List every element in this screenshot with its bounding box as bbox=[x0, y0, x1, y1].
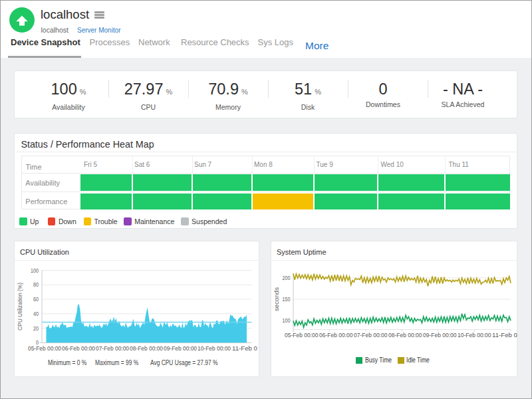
svg-text:150: 150 bbox=[283, 296, 291, 303]
svg-text:20: 20 bbox=[33, 325, 39, 332]
svg-text:08-Feb 00:00: 08-Feb 00:00 bbox=[130, 344, 163, 352]
svg-text:60: 60 bbox=[33, 296, 39, 303]
svg-text:07-Feb 00:00: 07-Feb 00:00 bbox=[354, 331, 388, 338]
svg-text:06-Feb 00:00: 06-Feb 00:00 bbox=[62, 344, 95, 352]
svg-text:05-Feb 00:00: 05-Feb 00:00 bbox=[28, 344, 61, 352]
svg-text:08-Feb 00:00: 08-Feb 00:00 bbox=[388, 331, 422, 338]
svg-text:100: 100 bbox=[31, 267, 39, 274]
svg-text:06-Feb 00:00: 06-Feb 00:00 bbox=[319, 331, 353, 338]
svg-text:seconds: seconds bbox=[273, 287, 280, 311]
svg-text:11-Feb 0: 11-Feb 0 bbox=[232, 344, 257, 352]
svg-text:80: 80 bbox=[33, 281, 39, 288]
svg-text:09-Feb 00:00: 09-Feb 00:00 bbox=[423, 331, 457, 338]
svg-text:10-Feb 00:00: 10-Feb 00:00 bbox=[458, 331, 491, 338]
svg-text:09-Feb 00:00: 09-Feb 00:00 bbox=[164, 344, 197, 352]
svg-text:CPU Utilization (%): CPU Utilization (%) bbox=[17, 283, 23, 331]
svg-text:07-Feb 00:00: 07-Feb 00:00 bbox=[96, 344, 129, 352]
svg-text:10-Feb 00:00: 10-Feb 00:00 bbox=[198, 344, 231, 352]
svg-text:200: 200 bbox=[283, 275, 291, 281]
svg-text:40: 40 bbox=[33, 311, 39, 317]
svg-text:11-Feb 0: 11-Feb 0 bbox=[492, 331, 517, 338]
svg-text:100: 100 bbox=[283, 317, 291, 324]
svg-text:05-Feb 00:00: 05-Feb 00:00 bbox=[285, 331, 319, 338]
